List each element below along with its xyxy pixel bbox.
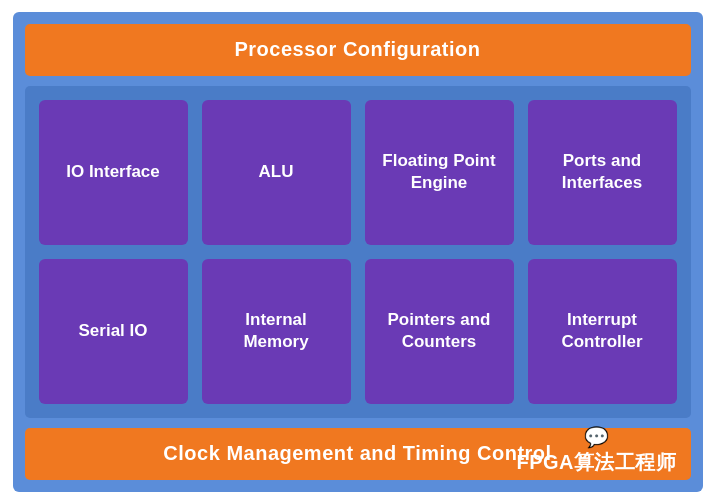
watermark-icon: 💬 <box>584 425 610 449</box>
cell-internal-memory-label: InternalMemory <box>243 309 308 353</box>
clock-management-bar: Clock Management and Timing Control 💬 FP… <box>25 428 691 480</box>
watermark-text: FPGA算法工程师 <box>516 449 676 476</box>
clock-management-title: Clock Management and Timing Control <box>163 442 551 465</box>
cell-ports-interfaces-label: Ports andInterfaces <box>562 150 642 194</box>
cell-internal-memory: InternalMemory <box>202 259 351 404</box>
processor-config-title: Processor Configuration <box>235 38 481 61</box>
cell-alu: ALU <box>202 100 351 245</box>
cell-pointers-counters: Pointers andCounters <box>365 259 514 404</box>
processor-config-bar: Processor Configuration <box>25 24 691 76</box>
cell-alu-label: ALU <box>259 161 294 183</box>
cell-interrupt-controller: InterruptController <box>528 259 677 404</box>
watermark: 💬 FPGA算法工程师 <box>516 425 676 476</box>
cell-io-interface: IO Interface <box>39 100 188 245</box>
cell-interrupt-controller-label: InterruptController <box>561 309 642 353</box>
cell-ports-interfaces: Ports andInterfaces <box>528 100 677 245</box>
main-container: Processor Configuration IO Interface ALU… <box>13 12 703 492</box>
cell-serial-io: Serial IO <box>39 259 188 404</box>
cell-io-interface-label: IO Interface <box>66 161 160 183</box>
cell-floating-point-label: Floating PointEngine <box>382 150 495 194</box>
cell-serial-io-label: Serial IO <box>79 320 148 342</box>
grid-row-2: Serial IO InternalMemory Pointers andCou… <box>39 259 677 404</box>
cell-floating-point: Floating PointEngine <box>365 100 514 245</box>
grid-row-1: IO Interface ALU Floating PointEngine Po… <box>39 100 677 245</box>
cell-pointers-counters-label: Pointers andCounters <box>388 309 491 353</box>
middle-section: IO Interface ALU Floating PointEngine Po… <box>25 86 691 418</box>
